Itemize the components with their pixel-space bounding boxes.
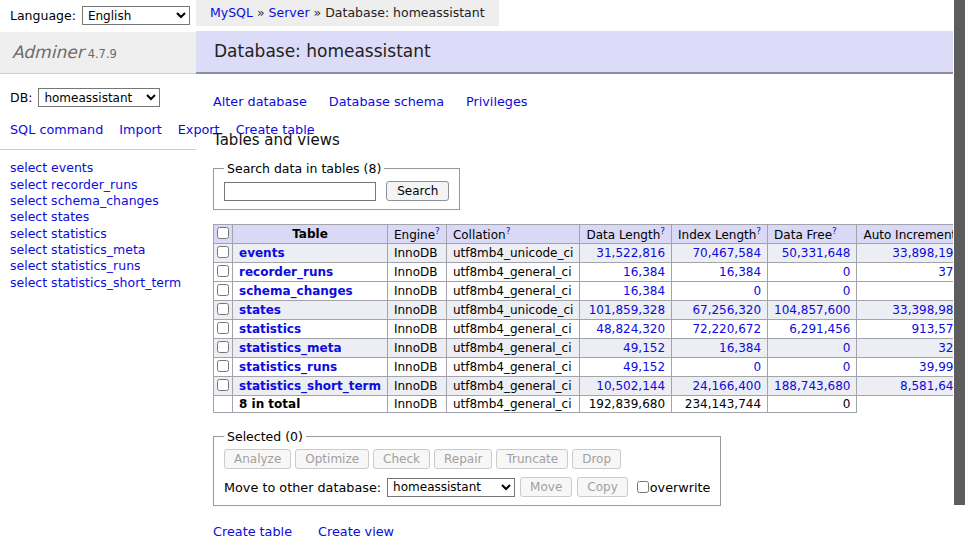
data-free-link[interactable]: 188,743,680 (774, 379, 850, 393)
sidebar-table-link[interactable]: select schema_changes (10, 193, 186, 208)
sidebar-link[interactable]: Import (119, 122, 161, 137)
index-length-link[interactable]: 67,256,320 (692, 303, 761, 317)
data-free-link[interactable]: 104,857,600 (774, 303, 850, 317)
copy-button[interactable]: Copy (577, 477, 627, 497)
column-header-table[interactable]: Table (233, 225, 388, 244)
database-action-link[interactable]: Alter database (213, 94, 307, 109)
data-length-link[interactable]: 10,502,144 (596, 379, 665, 393)
table-name-link[interactable]: statistics_meta (239, 341, 342, 355)
index-length-link[interactable]: 24,166,400 (692, 379, 761, 393)
top-strip: MySQL»Server»Database: homeassistant Log… (196, 0, 966, 26)
sidebar-table-link[interactable]: select events (10, 160, 186, 175)
row-checkbox[interactable] (217, 284, 229, 296)
help-icon[interactable]: ? (435, 226, 440, 236)
engine-cell: InnoDB (387, 358, 446, 377)
column-header-index-length[interactable]: Index Length? (672, 225, 768, 244)
help-icon[interactable]: ? (756, 226, 761, 236)
column-header-data-length[interactable]: Data Length? (580, 225, 672, 244)
data-length-link[interactable]: 49,152 (623, 360, 665, 374)
table-row: schema_changes InnoDB utf8mb4_general_ci… (214, 282, 966, 301)
operation-button[interactable]: Repair (434, 449, 492, 469)
data-length-link[interactable]: 31,522,816 (596, 246, 665, 260)
collation-cell: utf8mb4_general_ci (446, 377, 580, 396)
help-icon[interactable]: ? (832, 226, 837, 236)
auto-increment-link[interactable]: 33,898,196 (892, 246, 961, 260)
index-length-link[interactable]: 16,384 (719, 265, 761, 279)
search-button[interactable]: Search (386, 181, 449, 201)
db-select[interactable]: homeassistant (38, 88, 160, 107)
sidebar-table-link[interactable]: select statistics (10, 226, 186, 241)
data-length-link[interactable]: 16,384 (623, 284, 665, 298)
operation-button[interactable]: Drop (572, 449, 621, 469)
data-free-link[interactable]: 0 (843, 284, 851, 298)
row-checkbox[interactable] (217, 265, 229, 277)
database-action-link[interactable]: Privileges (466, 94, 528, 109)
vertical-scrollbar[interactable] (953, 0, 966, 543)
table-row: statistics_short_term InnoDB utf8mb4_gen… (214, 377, 966, 396)
operation-button[interactable]: Optimize (295, 449, 369, 469)
language-row: Language: English (0, 0, 196, 30)
scrollbar-thumb[interactable] (954, 0, 965, 505)
collation-cell: utf8mb4_general_ci (446, 263, 580, 282)
table-row: states InnoDB utf8mb4_unicode_ci 101,859… (214, 301, 966, 320)
breadcrumb-link-server[interactable]: Server (269, 5, 310, 20)
data-free-link[interactable]: 0 (843, 360, 851, 374)
table-name-link[interactable]: statistics (239, 322, 301, 336)
breadcrumb-link-mysql[interactable]: MySQL (210, 5, 253, 20)
move-db-select[interactable]: homeassistant (387, 478, 515, 497)
overwrite-checkbox[interactable] (637, 481, 649, 493)
row-checkbox[interactable] (217, 360, 229, 372)
sidebar-table-link[interactable]: select statistics_meta (10, 242, 186, 257)
row-checkbox[interactable] (217, 341, 229, 353)
data-free-link[interactable]: 6,291,456 (789, 322, 850, 336)
auto-increment-link[interactable]: 33,398,984 (892, 303, 961, 317)
row-checkbox[interactable] (217, 246, 229, 258)
index-length-link[interactable]: 70,467,584 (692, 246, 761, 260)
tables-table: Table Engine? Collation? Data Length? In… (213, 224, 966, 413)
table-name-link[interactable]: states (239, 303, 281, 317)
data-free-link[interactable]: 0 (843, 265, 851, 279)
create-link[interactable]: Create view (318, 524, 394, 539)
main-area: MySQL»Server»Database: homeassistant Log… (196, 0, 966, 543)
move-button[interactable]: Move (520, 477, 572, 497)
table-name-link[interactable]: events (239, 246, 285, 260)
column-header-collation[interactable]: Collation? (446, 225, 580, 244)
table-name-link[interactable]: statistics_short_term (239, 379, 381, 393)
select-all-checkbox[interactable] (217, 227, 229, 239)
table-name-link[interactable]: statistics_runs (239, 360, 337, 374)
data-length-link[interactable]: 16,384 (623, 265, 665, 279)
search-input[interactable] (224, 182, 376, 201)
data-free-link[interactable]: 50,331,648 (782, 246, 851, 260)
column-header-auto-increment[interactable]: Auto Increment? (857, 225, 966, 244)
sidebar-table-link[interactable]: select statistics_runs (10, 258, 186, 273)
index-length-link[interactable]: 0 (753, 360, 761, 374)
table-name-link[interactable]: recorder_runs (239, 265, 333, 279)
operation-button[interactable]: Analyze (224, 449, 291, 469)
auto-increment-link[interactable]: 8,581,645 (900, 379, 961, 393)
column-header-data-free[interactable]: Data Free? (768, 225, 857, 244)
operation-button[interactable]: Check (373, 449, 430, 469)
table-name-link[interactable]: schema_changes (239, 284, 353, 298)
sidebar-table-link[interactable]: select recorder_runs (10, 177, 186, 192)
row-checkbox[interactable] (217, 322, 229, 334)
sidebar-link[interactable]: SQL command (10, 122, 103, 137)
row-checkbox[interactable] (217, 379, 229, 391)
data-free-link[interactable]: 0 (843, 341, 851, 355)
help-icon[interactable]: ? (660, 226, 665, 236)
column-header-engine[interactable]: Engine? (387, 225, 446, 244)
data-length-link[interactable]: 101,859,328 (589, 303, 665, 317)
create-link[interactable]: Create table (213, 524, 292, 539)
row-checkbox[interactable] (217, 303, 229, 315)
index-length-link[interactable]: 72,220,672 (692, 322, 761, 336)
database-action-link[interactable]: Database schema (329, 94, 444, 109)
operation-button[interactable]: Truncate (496, 449, 568, 469)
index-length-link[interactable]: 16,384 (719, 341, 761, 355)
sidebar-table-link[interactable]: select states (10, 209, 186, 224)
index-length-link[interactable]: 0 (753, 284, 761, 298)
total-collation: utf8mb4_general_ci (446, 396, 580, 413)
data-length-link[interactable]: 48,824,320 (596, 322, 665, 336)
sidebar-table-link[interactable]: select statistics_short_term (10, 275, 186, 290)
help-icon[interactable]: ? (506, 226, 511, 236)
data-length-link[interactable]: 49,152 (623, 341, 665, 355)
language-select[interactable]: English (82, 6, 190, 25)
